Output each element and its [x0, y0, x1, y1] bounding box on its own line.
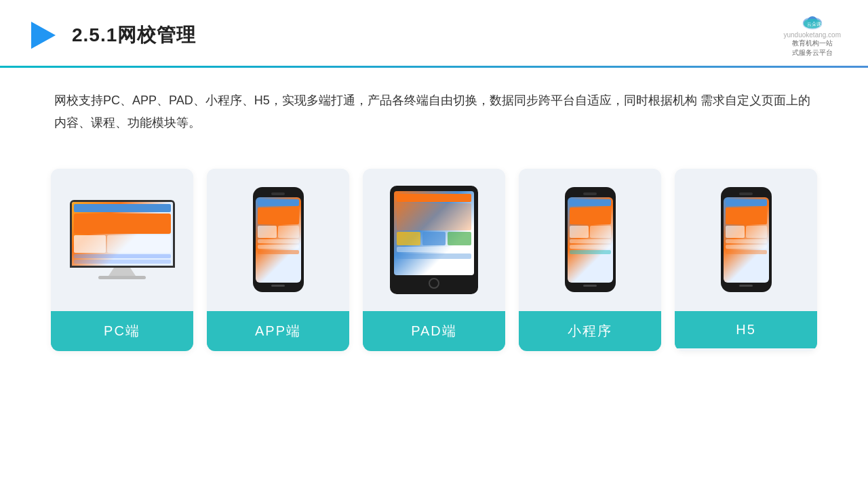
- logo-url: yunduoketang.com: [783, 31, 841, 39]
- pc-mockup: [70, 200, 175, 279]
- phone-home-mini: [583, 285, 597, 287]
- phone-notch-mini: [583, 192, 597, 195]
- phone-home-h5: [739, 285, 753, 287]
- cards-container: PC端 APP端: [0, 148, 868, 351]
- card-pc-label: PC端: [51, 311, 193, 351]
- tablet-screen: [394, 191, 474, 275]
- pc-screen-inner: [72, 202, 173, 266]
- card-h5: H5: [675, 169, 817, 351]
- card-pc: PC端: [51, 169, 193, 351]
- phone-screen-mini: [568, 197, 613, 283]
- phone-screen-app: [256, 197, 301, 283]
- tablet-home: [429, 278, 439, 289]
- tablet-mockup: [390, 186, 478, 294]
- card-app-image: [207, 169, 349, 311]
- phone-screen-h5: [724, 197, 769, 283]
- page-title: 2.5.1网校管理: [72, 22, 196, 48]
- phone-home-app: [271, 285, 285, 287]
- phone-mockup-mini: [565, 187, 616, 292]
- header: 2.5.1网校管理 云朵课堂 yunduoketang.com 教育机构一站 式…: [0, 0, 868, 58]
- logo-cloud: 云朵课堂: [800, 12, 825, 31]
- description-text: 网校支持PC、APP、PAD、小程序、H5，实现多端打通，产品各终端自由切换，数…: [0, 68, 868, 142]
- card-pad: PAD端: [363, 169, 505, 351]
- card-pc-image: [51, 169, 193, 311]
- svg-marker-0: [31, 22, 56, 49]
- description-content: 网校支持PC、APP、PAD、小程序、H5，实现多端打通，产品各终端自由切换，数…: [54, 94, 810, 129]
- pc-screen: [70, 200, 175, 268]
- card-app-label: APP端: [207, 311, 349, 351]
- card-miniprogram-image: [519, 169, 661, 311]
- card-miniprogram-label: 小程序: [519, 311, 661, 351]
- cloud-icon: 云朵课堂: [800, 12, 825, 31]
- logo-area: 云朵课堂 yunduoketang.com 教育机构一站 式服务云平台: [783, 12, 841, 58]
- logo-tagline: 教育机构一站 式服务云平台: [792, 39, 833, 58]
- card-h5-image: [675, 169, 817, 311]
- play-icon: [27, 19, 60, 52]
- card-miniprogram: 小程序: [519, 169, 661, 351]
- pc-base: [98, 276, 146, 279]
- pc-stand: [108, 268, 136, 276]
- card-h5-label: H5: [675, 311, 817, 348]
- header-left: 2.5.1网校管理: [27, 19, 196, 52]
- phone-mockup-h5: [721, 187, 772, 292]
- card-pad-image: [363, 169, 505, 311]
- card-pad-label: PAD端: [363, 311, 505, 351]
- phone-notch-h5: [739, 192, 753, 195]
- phone-notch-app: [271, 192, 285, 195]
- phone-mockup-app: [253, 187, 304, 292]
- svg-text:云朵课堂: 云朵课堂: [807, 21, 825, 27]
- card-app: APP端: [207, 169, 349, 351]
